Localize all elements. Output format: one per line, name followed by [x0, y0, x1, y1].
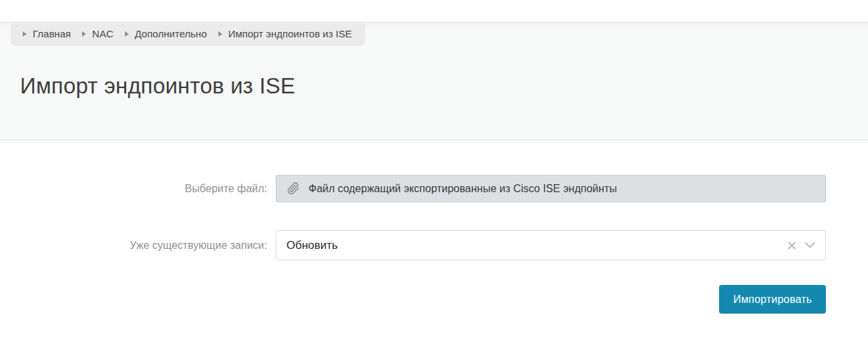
file-input[interactable]: Файл содержащий экспортированные из Cisc…: [276, 175, 826, 202]
file-input-placeholder: Файл содержащий экспортированные из Cisc…: [308, 183, 617, 195]
chevron-down-icon[interactable]: [805, 242, 815, 248]
existing-records-select[interactable]: Обновить: [276, 230, 826, 260]
paperclip-icon: [287, 182, 300, 195]
file-field-label: Выберите файл:: [0, 183, 276, 195]
clear-icon[interactable]: [787, 241, 797, 250]
breadcrumb-item-label[interactable]: Главная: [33, 28, 71, 39]
breadcrumb-item-additional[interactable]: Дополнительно: [125, 28, 207, 39]
existing-records-label: Уже существующие записи:: [0, 240, 276, 252]
breadcrumb-item-label: Импорт эндпоинтов из ISE: [228, 28, 352, 39]
import-button[interactable]: Импортировать: [719, 285, 826, 314]
breadcrumb-item-label[interactable]: NAC: [92, 28, 114, 39]
breadcrumb-item-nac[interactable]: NAC: [82, 28, 114, 39]
page-header: Главная NAC Дополнительно Импорт эндпоин…: [0, 21, 868, 140]
breadcrumb-item-current: Импорт эндпоинтов из ISE: [218, 28, 352, 39]
breadcrumb-item-home[interactable]: Главная: [23, 28, 71, 39]
breadcrumb: Главная NAC Дополнительно Импорт эндпоин…: [11, 21, 365, 46]
page-title: Импорт эндпоинтов из ISE: [20, 73, 868, 99]
existing-records-value: Обновить: [286, 239, 787, 252]
breadcrumb-arrow-icon: [23, 31, 27, 37]
form-actions: Импортировать: [0, 285, 826, 314]
breadcrumb-arrow-icon: [218, 31, 222, 37]
file-field-row: Выберите файл: Файл содержащий экспортир…: [0, 175, 868, 202]
breadcrumb-arrow-icon: [82, 31, 86, 37]
breadcrumb-item-label[interactable]: Дополнительно: [135, 28, 207, 39]
breadcrumb-arrow-icon: [125, 31, 129, 37]
existing-records-row: Уже существующие записи: Обновить: [0, 230, 868, 260]
import-form: Выберите файл: Файл содержащий экспортир…: [0, 140, 868, 314]
